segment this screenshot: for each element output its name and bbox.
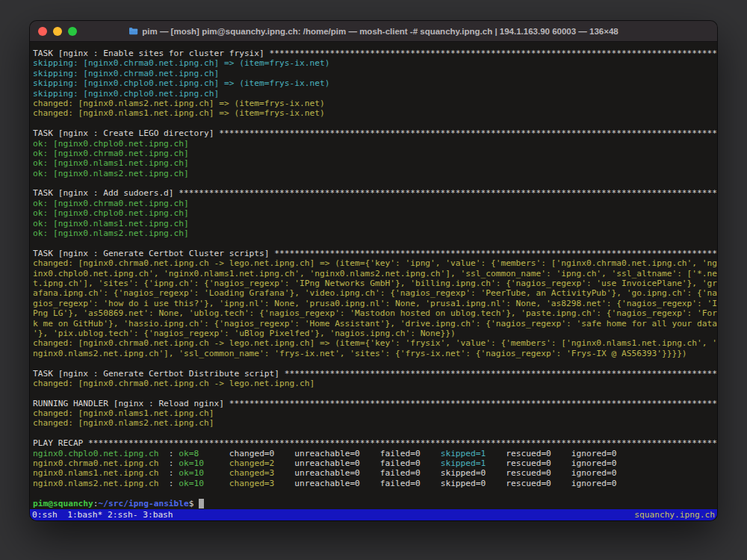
- terminal-line: ok: [nginx0.nlams2.net.ipng.ch]: [33, 228, 717, 238]
- terminal-output: TASK [nginx : Enable sites for cluster f…: [33, 49, 717, 509]
- terminal-line: afana.ipng.ch': {'nagios_regexp': 'Loadi…: [33, 288, 717, 298]
- tmux-hostname: squanchy.ipng.ch: [634, 509, 715, 520]
- terminal-line: [33, 429, 717, 438]
- terminal-line: changed: [nginx0.nlams1.net.ipng.ch] => …: [33, 108, 717, 118]
- terminal-window: pim — [mosh] pim@squanchy.ipng.ch: /home…: [30, 21, 717, 520]
- terminal-line: changed: [nginx0.nlams2.net.ipng.ch]: [33, 418, 717, 428]
- window-title: pim — [mosh] pim@squanchy.ipng.ch: /home…: [142, 27, 618, 36]
- terminal-line: [33, 178, 717, 188]
- terminal-line: k me on GitHub'}, 'hassio.ipng.ch': {'na…: [33, 319, 717, 329]
- terminal-line: skipping: [nginx0.chplo0.net.ipng.ch] =>…: [33, 78, 717, 88]
- terminal-line: nginx0.chrma0.net.ipng.ch : ok=10 change…: [33, 458, 717, 468]
- window-titlebar[interactable]: pim — [mosh] pim@squanchy.ipng.ch: /home…: [30, 21, 717, 42]
- terminal-line: ok: [nginx0.nlams1.net.ipng.ch]: [33, 219, 717, 228]
- terminal-line: PLAY RECAP *****************************…: [33, 438, 717, 448]
- tmux-window-list[interactable]: 0:ssh 1:bash* 2:ssh- 3:bash: [32, 509, 173, 520]
- window-title-group: pim — [mosh] pim@squanchy.ipng.ch: /home…: [128, 27, 618, 36]
- terminal-line: ok: [nginx0.chrma0.net.ipng.ch]: [33, 199, 717, 208]
- terminal-line: RUNNING HANDLER [nginx : Reload nginx] *…: [33, 399, 717, 408]
- terminal-line: nginx0.nlams1.net.ipng.ch : ok=10 change…: [33, 468, 717, 478]
- terminal-line: TASK [nginx : Add sudoers.d] ***********…: [33, 188, 717, 198]
- folder-icon: [128, 27, 138, 35]
- terminal-line: nginx0.nlams2.net.ipng.ch : ok=10 change…: [33, 479, 717, 488]
- terminal-line: t.ipng.ch'], 'sites': {'ipng.ch': {'nagi…: [33, 279, 717, 288]
- terminal-line: ok: [nginx0.chplo0.net.ipng.ch]: [33, 208, 717, 218]
- terminal-line: changed: [nginx0.chrma0.net.ipng.ch -> l…: [33, 258, 717, 268]
- terminal-line: [33, 388, 717, 398]
- minimize-button[interactable]: [53, 27, 62, 36]
- terminal-line: '}, 'pix.ublog.tech': {'nagios_regexp': …: [33, 329, 717, 338]
- terminal-line: [33, 358, 717, 368]
- terminal-line: [33, 238, 717, 248]
- tmux-status-bar: 0:ssh 1:bash* 2:ssh- 3:bash squanchy.ipn…: [30, 509, 717, 520]
- terminal-line: skipping: [nginx0.chrma0.net.ipng.ch] =>…: [33, 58, 717, 68]
- terminal-line: [33, 488, 717, 498]
- traffic-lights: [38, 21, 77, 41]
- terminal-line: ok: [nginx0.chrma0.net.ipng.ch]: [33, 149, 717, 158]
- zoom-button[interactable]: [68, 27, 77, 36]
- terminal-line: inx0.chplo0.net.ipng.ch', 'nginx0.nlams1…: [33, 269, 717, 279]
- terminal-line: TASK [nginx : Enable sites for cluster f…: [33, 49, 717, 58]
- terminal-line: Png LG'}, 'as50869.net': None, 'ublog.te…: [33, 308, 717, 318]
- terminal-line: TASK [nginx : Generate Certbot Distribut…: [33, 369, 717, 379]
- terminal-line: changed: [nginx0.nlams1.net.ipng.ch]: [33, 408, 717, 418]
- terminal-line: TASK [nginx : Generate Certbot Cluster s…: [33, 249, 717, 258]
- close-button[interactable]: [38, 27, 47, 36]
- terminal-line: skipping: [nginx0.chrma0.net.ipng.ch]: [33, 69, 717, 78]
- terminal-line: ok: [nginx0.nlams1.net.ipng.ch]: [33, 158, 717, 168]
- terminal-line: nginx0.chplo0.net.ipng.ch : ok=8 changed…: [33, 449, 717, 458]
- terminal-line: ok: [nginx0.chplo0.net.ipng.ch]: [33, 139, 717, 149]
- terminal-line: gios_regexp': 'how do i use this?'}, 'ip…: [33, 299, 717, 308]
- terminal-line: changed: [nginx0.chrma0.net.ipng.ch -> l…: [33, 379, 717, 388]
- terminal-screen[interactable]: TASK [nginx : Enable sites for cluster f…: [30, 42, 717, 520]
- terminal-line: changed: [nginx0.nlams2.net.ipng.ch] => …: [33, 99, 717, 108]
- terminal-line: skipping: [nginx0.chplo0.net.ipng.ch]: [33, 89, 717, 99]
- terminal-line: ok: [nginx0.nlams2.net.ipng.ch]: [33, 169, 717, 178]
- terminal-cursor: [199, 499, 204, 508]
- terminal-line: pim@squanchy:~/src/ipng-ansible$: [33, 499, 717, 508]
- terminal-line: changed: [nginx0.chrma0.net.ipng.ch -> l…: [33, 338, 717, 348]
- terminal-line: [33, 119, 717, 128]
- terminal-line: TASK [nginx : Create LEGO directory] ***…: [33, 128, 717, 138]
- terminal-line: nginx0.nlams2.net.ipng.ch'], 'ssl_common…: [33, 349, 717, 358]
